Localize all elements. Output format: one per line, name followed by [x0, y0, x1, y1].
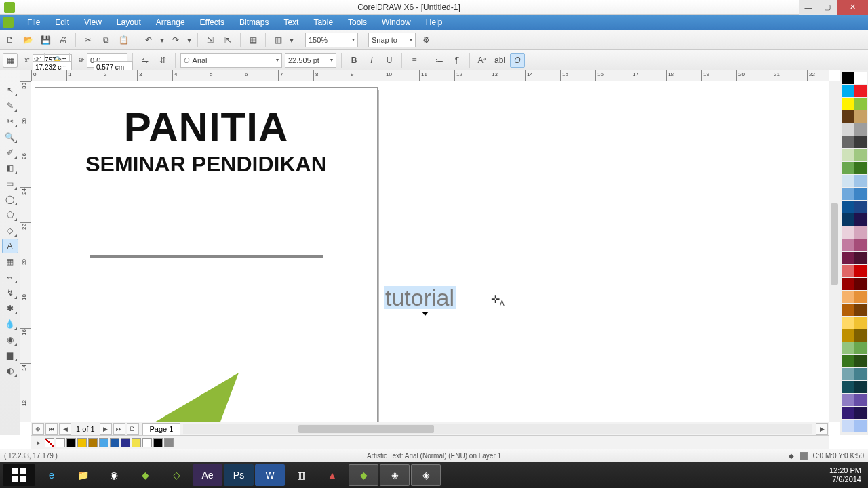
color-swatch[interactable]: [842, 342, 854, 354]
app-menu-icon[interactable]: [3, 17, 14, 28]
maximize-button[interactable]: ▢: [818, 0, 837, 15]
color-swatch[interactable]: [842, 304, 854, 316]
color-swatch[interactable]: [854, 239, 867, 251]
color-swatch[interactable]: [842, 214, 854, 226]
ellipse-tool[interactable]: ◯: [2, 192, 18, 207]
copy-button[interactable]: ⧉: [98, 33, 113, 47]
horizontal-ruler[interactable]: 012345678910111213141516171819202122: [20, 70, 829, 81]
doc-color-swatch[interactable]: [77, 438, 87, 447]
font-combo[interactable]: O Arial▾: [180, 53, 282, 68]
color-swatch[interactable]: [842, 291, 854, 303]
color-swatch[interactable]: [854, 85, 867, 97]
undo-dropdown[interactable]: ▾: [159, 33, 165, 47]
color-swatch[interactable]: [842, 355, 854, 367]
color-swatch[interactable]: [842, 265, 854, 277]
taskbar-corel2[interactable]: ◇: [161, 464, 191, 486]
taskbar-chrome[interactable]: ◉: [99, 464, 129, 486]
color-swatch[interactable]: [842, 72, 854, 84]
smart-fill-tool[interactable]: ◧: [2, 161, 18, 176]
first-page-button[interactable]: ⏮: [45, 423, 58, 435]
color-swatch[interactable]: [854, 162, 867, 174]
menu-tools[interactable]: Tools: [341, 16, 374, 28]
color-swatch[interactable]: [854, 188, 867, 200]
doc-color-swatch[interactable]: [56, 438, 65, 447]
color-swatch[interactable]: [842, 136, 854, 148]
origin-button[interactable]: ▦: [3, 53, 18, 68]
save-button[interactable]: 💾: [38, 33, 53, 47]
snap-combo[interactable]: Snap to▾: [368, 33, 416, 47]
doc-color-swatch[interactable]: [164, 438, 174, 447]
shape-tool[interactable]: ✎: [2, 98, 18, 113]
dimension-tool[interactable]: ↔: [2, 270, 18, 285]
publish-pdf-button[interactable]: ▦: [245, 33, 260, 47]
color-swatch[interactable]: [842, 188, 854, 200]
menu-arrange[interactable]: Arrange: [149, 16, 192, 28]
color-swatch[interactable]: [854, 317, 867, 329]
color-swatch[interactable]: [854, 98, 867, 110]
menu-layout[interactable]: Layout: [110, 16, 148, 28]
redo-dropdown[interactable]: ▾: [186, 33, 193, 47]
char-format-button[interactable]: Aᵃ: [475, 53, 490, 68]
doc-color-swatch[interactable]: [66, 438, 76, 447]
color-swatch[interactable]: [842, 381, 854, 393]
color-swatch[interactable]: [842, 226, 854, 239]
color-swatch[interactable]: [854, 201, 867, 213]
color-swatch[interactable]: [842, 420, 854, 432]
color-swatch[interactable]: [854, 175, 867, 187]
system-tray[interactable]: 12:20 PM 7/6/2014: [829, 466, 865, 484]
italic-button[interactable]: I: [364, 53, 379, 68]
text-align-button[interactable]: ≡: [407, 53, 422, 68]
doc-color-swatch[interactable]: [99, 438, 108, 447]
zoom-tool[interactable]: 🔍: [2, 129, 18, 144]
mirror-h-button[interactable]: ⇋: [138, 53, 153, 68]
color-swatch[interactable]: [854, 304, 867, 316]
taskbar-photoshop[interactable]: Ps: [224, 464, 254, 486]
print-button[interactable]: 🖨: [56, 33, 71, 47]
taskbar-corel[interactable]: ◆: [130, 464, 160, 486]
drawing-area[interactable]: PANITIA SEMINAR PENDIDIKAN tutorial ✛A: [31, 81, 829, 422]
zoom-combo[interactable]: 150%▾: [305, 33, 358, 47]
menu-edit[interactable]: Edit: [48, 16, 76, 28]
scroll-right-button[interactable]: ▶: [816, 423, 828, 435]
close-button[interactable]: ✕: [837, 0, 868, 15]
color-swatch[interactable]: [842, 278, 854, 290]
color-swatch[interactable]: [854, 110, 867, 123]
open-button[interactable]: 📂: [20, 33, 35, 47]
menu-view[interactable]: View: [77, 16, 108, 28]
color-swatch[interactable]: [842, 329, 854, 342]
taskbar-app3[interactable]: ◈: [411, 464, 441, 486]
interactive-fill-tool[interactable]: ◐: [2, 363, 18, 378]
undo-button[interactable]: ↶: [141, 33, 156, 47]
doc-color-swatch[interactable]: [110, 438, 119, 447]
bullets-button[interactable]: ≔: [432, 53, 447, 68]
color-swatch[interactable]: [842, 368, 854, 380]
color-swatch[interactable]: [854, 149, 867, 161]
menu-window[interactable]: Window: [375, 16, 418, 28]
import-button[interactable]: ⇲: [203, 33, 218, 47]
taskbar-coreldraw-active[interactable]: ◆: [349, 464, 378, 486]
color-swatch[interactable]: [842, 162, 854, 174]
mirror-v-button[interactable]: ⇵: [155, 53, 170, 68]
taskbar-explorer[interactable]: 📁: [68, 464, 98, 486]
eyedropper-tool[interactable]: 💧: [2, 317, 18, 331]
color-swatch[interactable]: [854, 226, 867, 239]
app-launcher-dropdown[interactable]: ▾: [288, 33, 295, 47]
doc-color-swatch[interactable]: [153, 438, 163, 447]
interactive-opentype-button[interactable]: O: [510, 53, 525, 68]
polygon-tool[interactable]: ⬠: [2, 207, 18, 222]
green-triangle-shape[interactable]: [35, 373, 239, 422]
page-tab[interactable]: Page 1: [142, 423, 181, 435]
editing-artistic-text[interactable]: tutorial: [384, 286, 456, 309]
color-swatch[interactable]: [854, 420, 867, 432]
menu-table[interactable]: Table: [307, 16, 340, 28]
prev-page-button[interactable]: ◀: [59, 423, 71, 435]
taskbar-app1[interactable]: ▥: [286, 464, 316, 486]
menu-file[interactable]: File: [20, 16, 47, 28]
interactive-tool[interactable]: ✱: [2, 301, 18, 316]
vertical-scrollbar[interactable]: [829, 81, 840, 422]
start-button[interactable]: [3, 464, 35, 486]
color-swatch[interactable]: [854, 407, 867, 419]
basic-shapes-tool[interactable]: ◇: [2, 223, 18, 238]
export-button[interactable]: ⇱: [220, 33, 235, 47]
color-swatch[interactable]: [842, 85, 854, 97]
